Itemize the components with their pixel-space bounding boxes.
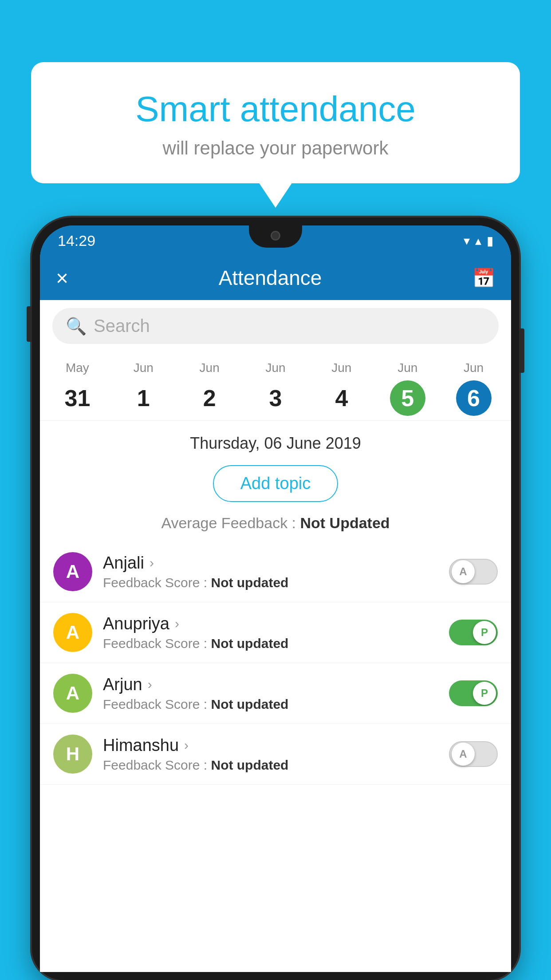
avg-feedback-value: Not Updated: [300, 514, 390, 531]
attendance-toggle[interactable]: P: [449, 620, 498, 645]
calendar-day-2[interactable]: Jun2: [177, 361, 243, 416]
attendance-toggle[interactable]: A: [449, 741, 498, 767]
phone-frame: 14:29 ▾ ▴ ▮ × Attendance 📅 🔍 Search: [32, 217, 519, 980]
day-number: 5: [390, 380, 425, 416]
day-number: 4: [324, 380, 359, 416]
student-name: Arjun ›: [103, 675, 438, 694]
camera: [271, 231, 280, 241]
volume-button: [27, 306, 32, 342]
feedback-score: Feedback Score : Not updated: [103, 697, 438, 712]
toggle-container[interactable]: P: [449, 620, 498, 645]
student-item[interactable]: AAnupriya ›Feedback Score : Not updatedP: [40, 602, 511, 663]
calendar-strip: May31Jun1Jun2Jun3Jun4Jun5Jun6: [40, 352, 511, 421]
student-info: Arjun ›Feedback Score : Not updated: [103, 675, 438, 712]
attendance-toggle[interactable]: P: [449, 680, 498, 706]
student-item[interactable]: AArjun ›Feedback Score : Not updatedP: [40, 663, 511, 724]
day-number: 3: [258, 380, 293, 416]
calendar-day-5[interactable]: Jun5: [374, 361, 441, 416]
feedback-score: Feedback Score : Not updated: [103, 758, 438, 773]
avatar: A: [53, 552, 92, 591]
phone-screen: 14:29 ▾ ▴ ▮ × Attendance 📅 🔍 Search: [40, 225, 511, 972]
avatar: H: [53, 735, 92, 774]
chevron-icon: ›: [184, 738, 189, 753]
day-number: 31: [59, 380, 95, 416]
calendar-day-6[interactable]: Jun6: [441, 361, 507, 416]
month-label: Jun: [308, 361, 374, 375]
close-button[interactable]: ×: [56, 266, 68, 290]
speech-bubble-title: Smart attendance: [53, 89, 498, 130]
toggle-container[interactable]: A: [449, 559, 498, 585]
toggle-thumb: A: [452, 743, 475, 766]
avatar: A: [53, 613, 92, 652]
search-icon: 🔍: [66, 316, 87, 336]
speech-bubble: Smart attendance will replace your paper…: [31, 62, 520, 183]
student-name: Anupriya ›: [103, 614, 438, 633]
toggle-thumb: P: [473, 682, 496, 705]
speech-bubble-subtitle: will replace your paperwork: [53, 138, 498, 159]
student-item[interactable]: HHimanshu ›Feedback Score : Not updatedA: [40, 724, 511, 785]
search-placeholder: Search: [94, 316, 150, 336]
month-label: Jun: [110, 361, 177, 375]
battery-icon: ▮: [487, 233, 493, 248]
date-header: Thursday, 06 June 2019: [40, 421, 511, 461]
feedback-score: Feedback Score : Not updated: [103, 575, 438, 590]
add-topic-container: Add topic: [40, 461, 511, 510]
search-bar: 🔍 Search: [40, 300, 511, 352]
calendar-day-1[interactable]: Jun1: [110, 361, 177, 416]
student-info: Himanshu ›Feedback Score : Not updated: [103, 736, 438, 773]
add-topic-button[interactable]: Add topic: [213, 465, 338, 502]
month-label: Jun: [441, 361, 507, 375]
signal-icon: ▴: [475, 233, 481, 248]
toggle-container[interactable]: A: [449, 741, 498, 767]
month-label: Jun: [243, 361, 309, 375]
status-time: 14:29: [58, 232, 95, 249]
chevron-icon: ›: [175, 616, 179, 631]
day-number: 2: [192, 380, 227, 416]
avatar: A: [53, 674, 92, 713]
student-item[interactable]: AAnjali ›Feedback Score : Not updatedA: [40, 541, 511, 602]
calendar-day-4[interactable]: Jun4: [308, 361, 374, 416]
status-icons: ▾ ▴ ▮: [464, 233, 493, 248]
calendar-day-3[interactable]: Jun3: [243, 361, 309, 416]
chevron-icon: ›: [148, 677, 152, 692]
attendance-toggle[interactable]: A: [449, 559, 498, 585]
chevron-icon: ›: [150, 555, 154, 570]
toggle-thumb: P: [473, 621, 496, 644]
student-info: Anjali ›Feedback Score : Not updated: [103, 553, 438, 590]
screen-content: 🔍 Search May31Jun1Jun2Jun3Jun4Jun5Jun6 T…: [40, 300, 511, 972]
student-list: AAnjali ›Feedback Score : Not updatedAAA…: [40, 541, 511, 785]
app-bar-title: Attendance: [219, 266, 322, 290]
calendar-day-31[interactable]: May31: [44, 361, 110, 416]
wifi-icon: ▾: [464, 233, 470, 248]
calendar-icon[interactable]: 📅: [472, 267, 495, 289]
month-label: May: [44, 361, 110, 375]
search-field[interactable]: 🔍 Search: [52, 308, 499, 344]
average-feedback: Average Feedback : Not Updated: [40, 510, 511, 541]
month-label: Jun: [374, 361, 441, 375]
selected-date-text: Thursday, 06 June 2019: [190, 434, 361, 452]
day-number: 1: [126, 380, 161, 416]
avg-feedback-label: Average Feedback :: [161, 514, 300, 531]
app-bar: × Attendance 📅: [40, 256, 511, 300]
student-name: Himanshu ›: [103, 736, 438, 755]
feedback-score: Feedback Score : Not updated: [103, 636, 438, 651]
toggle-container[interactable]: P: [449, 680, 498, 706]
student-name: Anjali ›: [103, 553, 438, 573]
notch: [249, 225, 302, 248]
day-number: 6: [456, 380, 492, 416]
month-label: Jun: [177, 361, 243, 375]
student-info: Anupriya ›Feedback Score : Not updated: [103, 614, 438, 651]
power-button: [519, 328, 524, 373]
toggle-thumb: A: [452, 560, 475, 583]
